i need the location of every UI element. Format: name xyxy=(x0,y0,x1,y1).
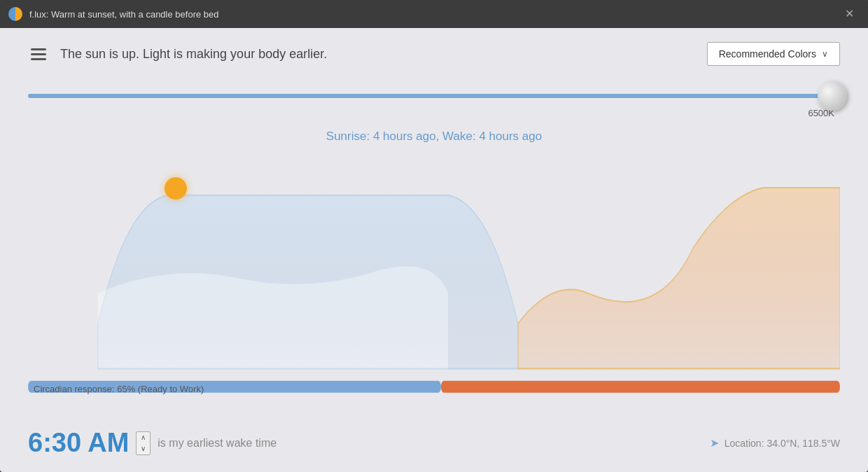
hamburger-line-2 xyxy=(31,53,46,55)
chart-section: Circadian response: 65% (Ready to Work) xyxy=(28,158,840,414)
slider-section: 6500K xyxy=(28,87,840,118)
header-left: The sun is up. Light is making your body… xyxy=(28,46,327,63)
window-title: f.lux: Warm at sunset, with a candle bef… xyxy=(29,9,839,20)
circadian-chart xyxy=(28,158,840,414)
location-label: Location: 34.0°N, 118.5°W xyxy=(724,438,840,449)
circadian-response-label: Circadian response: 65% (Ready to Work) xyxy=(34,384,204,394)
header-row: The sun is up. Light is making your body… xyxy=(28,42,840,66)
footer-right: ➤ Location: 34.0°N, 118.5°W xyxy=(710,436,840,450)
hamburger-line-1 xyxy=(31,48,46,50)
wake-label: is my earliest wake time xyxy=(158,437,276,450)
footer-row: 6:30 AM ∧ ∨ is my earliest wake time ➤ L… xyxy=(28,425,840,458)
temperature-slider-container xyxy=(28,87,840,105)
main-content: The sun is up. Light is making your body… xyxy=(0,28,868,472)
wake-time-decrement[interactable]: ∨ xyxy=(136,443,150,454)
location-icon: ➤ xyxy=(710,436,719,450)
hamburger-line-3 xyxy=(31,58,46,60)
sun-position-indicator xyxy=(164,177,187,200)
svg-rect-1 xyxy=(441,381,840,393)
slider-track[interactable] xyxy=(28,94,840,98)
chevron-down-icon: ∨ xyxy=(822,49,828,59)
slider-thumb[interactable] xyxy=(818,81,847,111)
recommended-colors-button[interactable]: Recommended Colors ∨ xyxy=(707,42,840,66)
wake-time-display: 6:30 AM xyxy=(28,428,129,458)
app-window: f.lux: Warm at sunset, with a candle bef… xyxy=(0,0,868,472)
sunrise-info: Sunrise: 4 hours ago, Wake: 4 hours ago xyxy=(28,130,840,144)
menu-button[interactable] xyxy=(28,46,49,63)
footer-left: 6:30 AM ∧ ∨ is my earliest wake time xyxy=(28,428,276,458)
title-bar: f.lux: Warm at sunset, with a candle bef… xyxy=(0,0,868,28)
recommended-colors-label: Recommended Colors xyxy=(719,48,816,60)
wake-time-spinner[interactable]: ∧ ∨ xyxy=(136,431,150,455)
app-icon xyxy=(8,7,22,21)
header-message: The sun is up. Light is making your body… xyxy=(60,47,327,62)
wake-time-increment[interactable]: ∧ xyxy=(136,432,150,443)
close-button[interactable]: ✕ xyxy=(839,6,860,22)
